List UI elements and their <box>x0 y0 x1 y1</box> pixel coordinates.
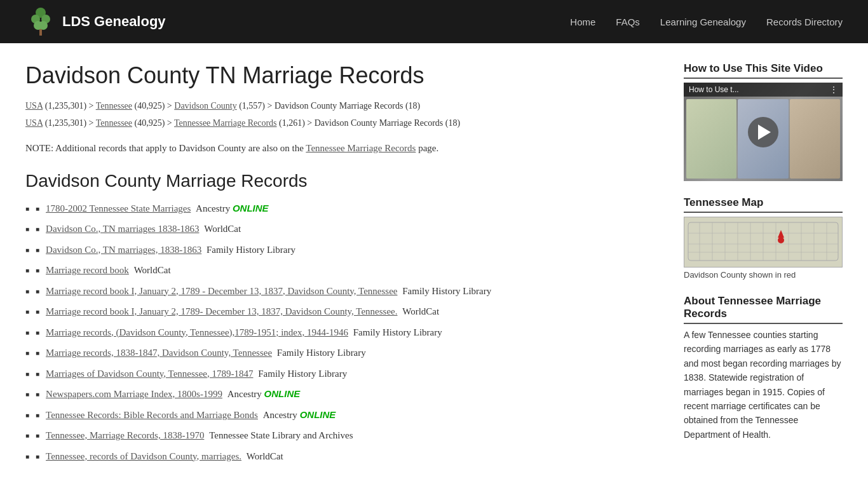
video-section: How to Use This Site Video How to Use t.… <box>684 62 843 181</box>
main-nav: Home FAQs Learning Genealogy Records Dir… <box>570 17 843 27</box>
video-img-3 <box>790 99 840 179</box>
list-item: ■ Davidson Co., TN marriages 1838-1863 W… <box>25 222 658 236</box>
list-item: ■ Marriage record book I, January 2, 178… <box>25 284 658 299</box>
map-caption: Davidson County shown in red <box>684 270 843 280</box>
site-header: LDS Genealogy Home FAQs Learning Genealo… <box>0 0 868 43</box>
play-icon <box>758 125 771 140</box>
record-link-10[interactable]: Newspapers.com Marriage Index, 1800s-199… <box>46 389 222 399</box>
record-link-11[interactable]: Tennessee Records: Bible Records and Mar… <box>46 410 258 420</box>
map-section: Tennessee Map <box>684 196 843 280</box>
video-img-1 <box>686 99 736 179</box>
video-thumbnail[interactable]: How to Use t... ⋮ <box>684 83 843 181</box>
breadcrumb-davidson-1[interactable]: Davidson County <box>174 101 236 111</box>
breadcrumb-1: USA (1,235,301) > Tennessee (40,925) > D… <box>25 99 658 112</box>
list-item: ■ Marriages of Davidson County, Tennesse… <box>25 367 658 381</box>
section-title: Davidson County Marriage Records <box>25 171 658 191</box>
breadcrumb-tennessee-1[interactable]: Tennessee <box>96 101 132 111</box>
main-content: Davidson County TN Marriage Records USA … <box>25 62 658 470</box>
video-menu-icon: ⋮ <box>830 85 837 94</box>
record-link-1[interactable]: 1780-2002 Tennessee State Marriages <box>46 203 191 214</box>
map-section-title: Tennessee Map <box>684 196 843 213</box>
breadcrumb-2: USA (1,235,301) > Tennessee (40,925) > T… <box>25 116 658 130</box>
breadcrumb-tennessee-2[interactable]: Tennessee <box>96 118 132 128</box>
record-link-5[interactable]: Marriage record book I, January 2, 1789 … <box>46 286 397 296</box>
record-link-6[interactable]: Marriage record book I, January 2, 1789-… <box>46 306 397 316</box>
nav-faqs[interactable]: FAQs <box>616 17 640 27</box>
logo-tree-icon <box>25 6 56 37</box>
list-item: ■ Marriage record book I, January 2, 178… <box>25 304 658 319</box>
logo[interactable]: LDS Genealogy <box>25 6 166 37</box>
list-item: ■ Marriage records, (Davidson County, Te… <box>25 325 658 340</box>
record-link-4[interactable]: Marriage record book <box>46 265 129 275</box>
record-list: ■ 1780-2002 Tennessee State Marriages An… <box>25 201 658 464</box>
video-title-text: How to Use t... <box>689 85 739 94</box>
breadcrumb-usa-2[interactable]: USA <box>25 118 43 128</box>
nav-home[interactable]: Home <box>570 17 595 27</box>
content-area: Davidson County TN Marriage Records USA … <box>0 43 868 488</box>
svg-rect-5 <box>39 29 42 36</box>
list-item: ■ Marriage record book WorldCat <box>25 263 658 278</box>
logo-text: LDS Genealogy <box>62 13 166 30</box>
sidebar: How to Use This Site Video How to Use t.… <box>684 62 843 470</box>
list-item: ■ Tennessee, Marriage Records, 1838-1970… <box>25 428 658 443</box>
svg-point-4 <box>39 21 48 30</box>
nav-learning[interactable]: Learning Genealogy <box>660 17 746 27</box>
record-link-8[interactable]: Marriage records, 1838-1847, Davidson Co… <box>46 348 272 358</box>
about-section: About Tennessee Marriage Records A few T… <box>684 295 843 442</box>
about-section-title: About Tennessee Marriage Records <box>684 295 843 324</box>
breadcrumb-tn-marriage[interactable]: Tennessee Marriage Records <box>174 118 277 128</box>
svg-point-21 <box>778 237 784 243</box>
record-link-12[interactable]: Tennessee, Marriage Records, 1838-1970 <box>46 430 204 440</box>
about-text: A few Tennessee counties starting record… <box>684 328 843 442</box>
tennessee-map <box>684 217 843 268</box>
record-link-9[interactable]: Marriages of Davidson County, Tennessee,… <box>46 369 253 379</box>
list-item: ■ Davidson Co., TN marriages, 1838-1863 … <box>25 243 658 257</box>
list-item: ■ 1780-2002 Tennessee State Marriages An… <box>25 201 658 216</box>
map-svg <box>684 217 842 268</box>
record-link-3[interactable]: Davidson Co., TN marriages, 1838-1863 <box>46 245 201 255</box>
record-link-13[interactable]: Tennessee, records of Davidson County, m… <box>46 451 241 461</box>
video-top-bar: How to Use t... ⋮ <box>684 83 843 97</box>
list-item: ■ Marriage records, 1838-1847, Davidson … <box>25 346 658 360</box>
record-link-7[interactable]: Marriage records, (Davidson County, Tenn… <box>46 327 348 337</box>
list-item: ■ Tennessee Records: Bible Records and M… <box>25 408 658 423</box>
nav-records[interactable]: Records Directory <box>766 17 843 27</box>
play-button[interactable] <box>748 117 778 147</box>
video-section-title: How to Use This Site Video <box>684 62 843 79</box>
record-link-2[interactable]: Davidson Co., TN marriages 1838-1863 <box>46 224 199 234</box>
note-text: NOTE: Additional records that apply to D… <box>25 141 658 156</box>
tn-marriage-link[interactable]: Tennessee Marriage Records <box>306 143 416 153</box>
page-title: Davidson County TN Marriage Records <box>25 62 658 89</box>
breadcrumb-usa-1[interactable]: USA <box>25 101 43 111</box>
list-item: ■ Newspapers.com Marriage Index, 1800s-1… <box>25 387 658 402</box>
list-item: ■ Tennessee, records of Davidson County,… <box>25 449 658 464</box>
